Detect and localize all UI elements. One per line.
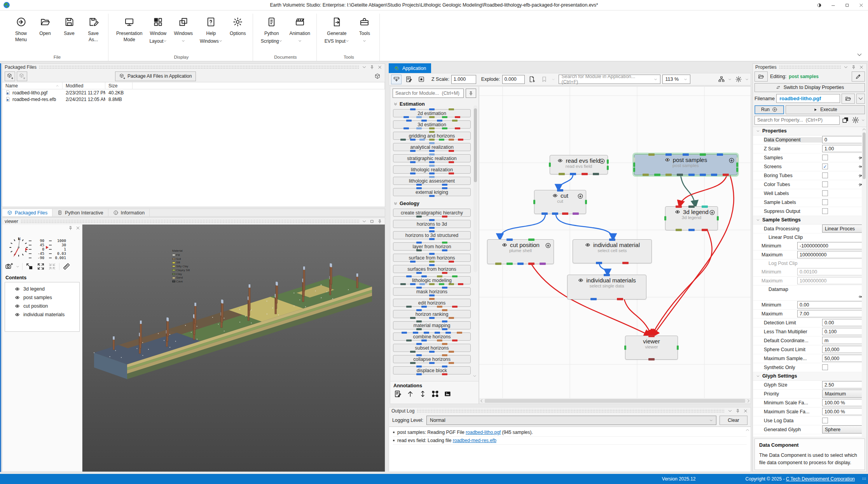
module-combine-horizons[interactable]: combine horizons (393, 333, 471, 341)
canvas-h-scrollbar[interactable] (479, 398, 751, 404)
eye-icon[interactable] (578, 278, 584, 283)
chevron-down-icon[interactable] (861, 118, 865, 122)
theme-toggle-icon[interactable] (812, 0, 826, 10)
property-checkbox[interactable] (822, 155, 828, 160)
pin-palette-button[interactable] (466, 89, 476, 98)
module-external-kriging[interactable]: external kriging (393, 188, 471, 196)
explode-input[interactable] (502, 75, 525, 84)
module-3d-estimation[interactable]: 3d estimation (393, 120, 471, 129)
ribbon-button-save-as[interactable]: SaveAs... (82, 14, 105, 52)
pin-icon[interactable] (369, 65, 375, 70)
property-input[interactable]: -1000000000 (797, 242, 863, 249)
collapse-node-icon[interactable] (545, 242, 551, 249)
node-cut-position[interactable]: cut positionplume shell (487, 239, 554, 264)
scrollbar-thumb[interactable] (474, 108, 477, 182)
chevron-down-icon[interactable] (362, 65, 367, 70)
close-icon[interactable] (743, 409, 748, 413)
chevron-down-icon[interactable] (362, 219, 367, 224)
chevron-up-icon[interactable] (745, 428, 750, 432)
tab-python-interactive[interactable]: Python Interactive (52, 209, 108, 216)
edit-note-button[interactable] (403, 75, 414, 84)
module-displace-block[interactable]: displace block (393, 366, 471, 374)
filename-value[interactable]: roadbed-litho.pgf (776, 94, 840, 103)
node-post-samples[interactable]: post samplespost samples (634, 154, 737, 175)
network-layout-button[interactable] (716, 75, 727, 84)
property-select[interactable]: Linear Proces (822, 225, 866, 233)
property-input[interactable]: 0.00 (822, 319, 866, 326)
orientation-compass[interactable]: N90450-45-9010003010.030.001 (4, 235, 82, 260)
property-settings-button[interactable] (851, 116, 860, 124)
ribbon-button-python-scripting[interactable]: PythonScripting (258, 14, 286, 52)
package-remove-button[interactable] (17, 71, 27, 81)
property-input[interactable]: m (822, 337, 866, 344)
module-panel-toggle-button[interactable] (391, 75, 402, 84)
property-checkbox[interactable] (822, 208, 828, 214)
scroll-up-icon[interactable] (862, 127, 866, 132)
node-individual-material[interactable]: individual materialselect cell sets (573, 239, 652, 263)
collapse-view-button[interactable] (48, 263, 56, 270)
module-lithologic-modeling[interactable]: lithologic modeling (393, 276, 471, 284)
property-input[interactable]: 1000000000 (797, 251, 863, 258)
chevron-down-icon[interactable] (745, 78, 749, 81)
module-section-geology[interactable]: Geology (390, 199, 479, 207)
tab-packaged-files[interactable]: Packaged Files (2, 209, 52, 216)
property-checkbox[interactable] (822, 181, 828, 187)
ribbon-button-animation[interactable]: Animation (286, 14, 313, 52)
node-cut[interactable]: cutcut (534, 190, 586, 214)
close-icon[interactable] (75, 226, 80, 230)
module-edit-horizons[interactable]: edit horizons (393, 299, 471, 307)
property-checkbox[interactable] (822, 364, 828, 370)
frame-obj-icon[interactable] (431, 390, 440, 398)
ribbon-button-tools[interactable]: Tools (353, 14, 376, 52)
module-surface-from-horizons[interactable]: surface from horizons (393, 254, 471, 262)
browse-file-button[interactable] (842, 94, 855, 104)
section-glyph-settings[interactable]: Glyph Settings (753, 372, 866, 381)
tab-application[interactable]: Application (389, 63, 431, 73)
note-edit-icon[interactable] (393, 390, 402, 398)
close-icon[interactable] (859, 65, 864, 70)
chevron-down-icon[interactable] (843, 65, 849, 70)
log-file-link[interactable]: roadbed-litho.pgf (466, 430, 501, 435)
ribbon-button-windows[interactable]: Windows (171, 14, 196, 52)
property-checkbox[interactable] (822, 172, 828, 178)
ribbon-button-help-windows[interactable]: HelpWindows (197, 14, 225, 52)
module-2d-estimation[interactable]: 2d estimation (393, 109, 471, 117)
node-viewer[interactable]: viewerviewer (625, 336, 678, 360)
scroll-left-icon[interactable] (479, 399, 484, 403)
minimize-button[interactable] (826, 0, 840, 10)
contents-item-individual-materials[interactable]: individual materials (5, 310, 79, 319)
chevron-down-icon[interactable] (16, 265, 19, 268)
ribbon-button-presentation-mode[interactable]: PresentationMode (113, 14, 145, 52)
switch-display-properties-button[interactable]: Switch to Display Properties (754, 83, 865, 92)
snapshot-button[interactable] (5, 263, 13, 270)
column-header[interactable]: Size (105, 82, 133, 89)
module-lithologic-realization[interactable]: lithologic realization (393, 165, 471, 174)
collapse-node-icon[interactable] (599, 158, 605, 164)
module-collapse-horizons[interactable]: collapse horizons (393, 355, 471, 363)
filename-dropdown-button[interactable] (856, 94, 865, 104)
eye-icon[interactable] (552, 193, 558, 198)
ribbon-button-options[interactable]: Options (226, 14, 250, 52)
module-subset-horizons[interactable]: subset horizons (393, 344, 471, 352)
property-spinner[interactable]: 0 (822, 136, 866, 143)
open-module-button[interactable] (754, 71, 768, 82)
clear-log-button[interactable]: Clear (720, 416, 747, 425)
pin-icon[interactable] (377, 219, 382, 224)
chevron-down-icon[interactable] (728, 78, 732, 81)
node-individual-materials[interactable]: individual materialsselect single data (567, 275, 646, 299)
property-spinner[interactable]: 50,000 (822, 355, 866, 362)
property-input[interactable]: 0.00100 (797, 268, 863, 275)
ribbon-button-generate-evsinput[interactable]: GenerateEVS Input (321, 14, 352, 52)
module-material-mapping[interactable]: material mapping (393, 321, 471, 329)
module-analytical-realization[interactable]: analytical realization (393, 143, 471, 151)
column-header[interactable]: Name (2, 82, 63, 89)
log-file-link[interactable]: roadbed-med-res.efb (453, 438, 496, 443)
property-checkbox[interactable] (822, 190, 828, 196)
property-input[interactable]: 1000000000 (797, 277, 863, 284)
ribbon-button-show-menu[interactable]: ShowMenu (9, 14, 33, 52)
pin-icon[interactable] (851, 65, 856, 70)
eye-icon[interactable] (674, 209, 681, 214)
property-search-input[interactable] (754, 116, 840, 125)
property-input[interactable]: 0.100 (822, 328, 866, 335)
property-input[interactable]: 100.00 % (822, 399, 866, 406)
